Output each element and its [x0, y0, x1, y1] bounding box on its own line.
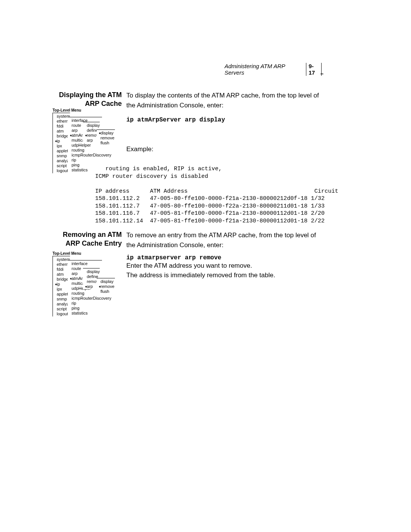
example-output: IP routing is enabled, RIP is active, IC…	[95, 165, 339, 225]
menu-title: Top-Level Menu	[53, 251, 81, 256]
menu-item: define	[84, 128, 98, 133]
menu-item: arp	[84, 138, 98, 143]
menu-item: udpHelper	[69, 143, 100, 148]
menu-item: define	[84, 274, 98, 279]
menu-item: logout	[54, 168, 68, 173]
menu-item: ➧ip	[54, 139, 68, 144]
menu-item: ping	[69, 163, 100, 168]
menu-item: routing	[69, 148, 100, 153]
menu-item: atm	[54, 129, 68, 134]
menu-item: remove	[84, 279, 98, 284]
menu-item: flush	[98, 141, 113, 145]
section-para-3: The address is immediately removed from …	[126, 270, 324, 280]
menu-item: ➧ip	[54, 282, 68, 287]
menu-item: ipx	[54, 144, 68, 149]
menu-item: icmpRouterDiscovery	[69, 153, 100, 158]
menu-item: display	[98, 279, 113, 284]
menu-col-3: ➧displayremoveflush	[97, 129, 115, 145]
menu-item: ➧display	[98, 131, 113, 136]
menu-item: ipx	[54, 287, 68, 292]
menu-item: ethernet	[54, 262, 68, 267]
menu-item: system	[54, 114, 68, 119]
menu-item: script	[54, 307, 68, 312]
command-line: ip atmArpServer arp display	[126, 115, 324, 125]
menu-title: Top-Level Menu	[53, 108, 81, 112]
section-heading: Displaying the ATM ARP Cache	[53, 91, 122, 109]
menu-item: rip	[69, 301, 100, 306]
section-intro: To remove an entry from the ATM ARP cach…	[126, 230, 324, 250]
menu-item: fddi	[54, 124, 68, 129]
example-label: Example:	[126, 144, 324, 154]
menu-item: rip	[69, 158, 100, 163]
menu-item: ping	[69, 306, 100, 311]
menu-item: appletalk	[54, 149, 68, 153]
menu-item: script	[54, 163, 68, 168]
menu-item: ➧remove	[98, 284, 113, 289]
menu-item: atm	[54, 272, 68, 277]
menu-item: snmp	[54, 153, 68, 158]
menu-item: flush	[98, 289, 113, 294]
menu-item: display	[84, 269, 98, 274]
menu-item: bridge	[54, 277, 68, 282]
menu-diagram-1: Top-Level Menu systemethernetfddiatmbrid…	[53, 108, 81, 112]
running-header: Administering ATM ARP Servers 9-17 ·····…	[225, 63, 322, 76]
menu-item: routing	[69, 291, 100, 296]
menu-item: icmpRouterDiscovery	[69, 296, 100, 301]
menu-item: bridge	[54, 134, 68, 139]
section-para-2: Enter the ATM address you want to remove…	[126, 261, 324, 271]
menu-item: display	[84, 123, 98, 128]
menu-diagram-2: Top-Level Menu systemethernetfddiatmbrid…	[53, 251, 81, 256]
menu-item: analyzer	[54, 302, 68, 307]
menu-item: ethernet	[54, 119, 68, 124]
menu-item: statistics	[69, 168, 100, 173]
page: Administering ATM ARP Servers 9-17 ·····…	[0, 0, 411, 532]
header-dots: ········	[320, 70, 323, 77]
menu-item: ➧arp	[84, 284, 98, 289]
menu-item: appletalk	[54, 292, 68, 297]
menu-item: remove	[98, 136, 113, 141]
menu-item: system	[54, 257, 68, 262]
menu-item: analyzer	[54, 158, 68, 163]
menu-item: fddi	[54, 267, 68, 272]
menu-item: statistics	[69, 311, 100, 316]
menu-col-3: display➧removeflush	[97, 278, 115, 294]
page-number: 9-17	[306, 63, 322, 76]
header-title: Administering ATM ARP Servers	[225, 63, 298, 76]
menu-item: snmp	[54, 297, 68, 302]
menu-item: ➧remove	[84, 133, 98, 138]
menu-item: logout	[54, 312, 68, 316]
section-intro: To display the contents of the ATM ARP c…	[126, 91, 324, 110]
menu-item: interface	[69, 261, 100, 266]
section-heading: Removing an ATM ARP Cache Entry	[53, 230, 122, 248]
